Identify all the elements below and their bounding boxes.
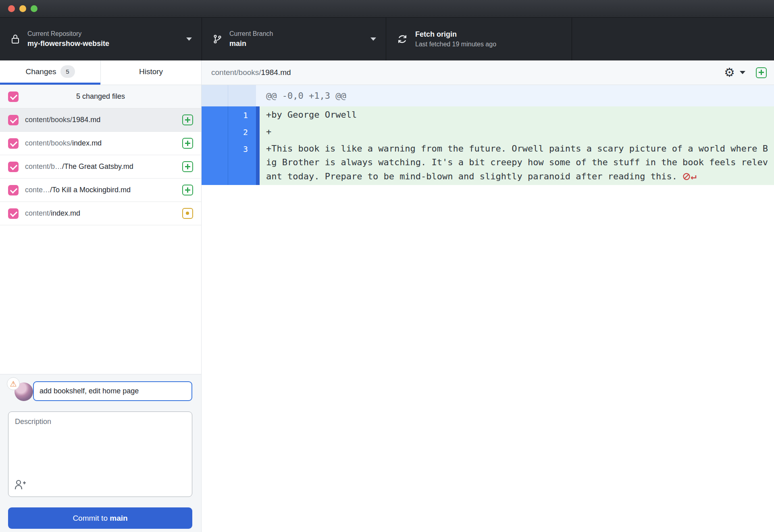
commit-summary-input[interactable] (33, 381, 192, 401)
diff-line-row[interactable]: 1 +by George Orwell (202, 106, 774, 123)
expand-diff-button[interactable] (756, 67, 767, 78)
changed-files-count: 5 changed files (0, 92, 201, 101)
sidebar-tabs: Changes 5 History (0, 60, 201, 85)
file-name: index.md (51, 209, 80, 217)
diff-pane: content/books/1984.md ⚙ @@ -0,0 +1,3 @@ … (202, 60, 774, 532)
file-row[interactable]: content/b…/The Great Gatsby.md (0, 155, 201, 179)
file-checkbox[interactable] (8, 115, 19, 125)
file-name: 1984.md (72, 116, 100, 124)
zoom-button[interactable] (31, 5, 37, 12)
changes-sidebar: Changes 5 History 5 changed files conten… (0, 60, 202, 532)
branch-name: main (229, 39, 370, 48)
file-checkbox[interactable] (8, 162, 19, 172)
diff-line-row[interactable]: 2 + (202, 123, 774, 140)
file-checkbox[interactable] (8, 138, 19, 149)
commit-description-input[interactable] (8, 411, 192, 497)
git-branch-icon (212, 33, 222, 45)
file-checkbox[interactable] (8, 185, 19, 195)
tab-history[interactable]: History (100, 60, 201, 85)
return-arrow-icon: ↵ (691, 170, 696, 182)
changes-count-badge: 5 (60, 65, 75, 78)
gear-icon: ⚙ (724, 66, 735, 79)
file-name: index.md (72, 139, 102, 147)
commit-author: ⚠ (8, 381, 33, 401)
file-list: content/books/1984.md content/books/inde… (0, 108, 201, 225)
file-row[interactable]: conte…/To Kill a Mockingbird.md (0, 179, 201, 202)
toolbar-filler (572, 18, 774, 60)
fetch-title: Fetch origin (415, 30, 562, 39)
hunk-header-row: @@ -0,0 +1,3 @@ (202, 85, 774, 106)
file-dir: content/books/ (25, 116, 72, 124)
new-line-number: 3 (228, 140, 256, 185)
lock-icon (10, 33, 20, 45)
diff-line-row[interactable]: 3 +This book is like a warning from the … (202, 140, 774, 185)
file-list-empty-space (0, 225, 201, 374)
added-icon (182, 185, 193, 195)
hunk-header-text: @@ -0,0 +1,3 @@ (260, 85, 774, 106)
file-dir: content/ (25, 209, 51, 217)
chevron-down-icon (740, 71, 745, 74)
file-row[interactable]: content/books/index.md (0, 132, 201, 155)
diff-file-name: 1984.md (261, 68, 291, 77)
old-line-number (202, 140, 228, 185)
diff-line-text: + (260, 123, 774, 140)
window-controls (8, 5, 37, 12)
changed-files-header: 5 changed files (0, 85, 201, 108)
diff-file-path: content/books/1984.md (211, 68, 724, 77)
close-button[interactable] (8, 5, 15, 12)
fetch-origin-button[interactable]: Fetch origin Last fetched 19 minutes ago (386, 18, 572, 60)
file-dir: content/books/ (25, 139, 72, 147)
commit-button[interactable]: Commit to main (8, 507, 192, 529)
sync-icon (397, 33, 408, 45)
diff-file-dir: content/books/ (211, 68, 261, 77)
commit-branch-name: main (110, 514, 127, 522)
file-name: /The Great Gatsby.md (62, 162, 133, 170)
added-icon (182, 161, 193, 172)
diff-header: content/books/1984.md ⚙ (202, 60, 774, 85)
diff-body: @@ -0,0 +1,3 @@ 1 +by George Orwell 2 + … (202, 85, 774, 532)
add-coauthor-icon[interactable] (15, 479, 27, 491)
branch-label: Current Branch (229, 30, 370, 37)
file-row[interactable]: content/books/1984.md (0, 108, 201, 132)
old-line-number (202, 123, 228, 140)
file-dir: conte… (25, 186, 50, 194)
fetch-subtitle: Last fetched 19 minutes ago (415, 41, 562, 48)
old-line-number (202, 106, 228, 123)
toolbar: Current Repository my-flowershow-website… (0, 18, 774, 60)
no-newline-icon: ↵ (677, 171, 697, 181)
diff-line-text: +This book is like a warning from the fu… (260, 140, 774, 185)
commit-form: ⚠ Commit to main (0, 374, 201, 532)
tab-changes-label: Changes (25, 67, 56, 76)
tab-history-label: History (139, 67, 163, 76)
minimize-button[interactable] (19, 5, 26, 12)
file-name: /To Kill a Mockingbird.md (50, 186, 131, 194)
diff-line-text: +by George Orwell (260, 106, 774, 123)
new-line-number: 1 (228, 106, 256, 123)
file-checkbox[interactable] (8, 208, 19, 219)
added-icon (182, 114, 193, 125)
chevron-down-icon (186, 37, 192, 41)
modified-icon (182, 208, 193, 219)
title-bar (0, 0, 774, 18)
file-dir: content/b… (25, 162, 62, 170)
current-repository-button[interactable]: Current Repository my-flowershow-website (0, 18, 202, 60)
warning-icon[interactable]: ⚠ (7, 377, 20, 390)
file-row[interactable]: content/index.md (0, 202, 201, 225)
repository-label: Current Repository (27, 30, 186, 37)
added-icon (182, 138, 193, 149)
diff-lines: 1 +by George Orwell 2 + 3 +This book is … (202, 106, 774, 185)
current-branch-button[interactable]: Current Branch main (202, 18, 386, 60)
chevron-down-icon (370, 37, 376, 41)
diff-options-button[interactable]: ⚙ (724, 66, 745, 79)
tab-changes[interactable]: Changes 5 (0, 60, 100, 85)
new-line-number: 2 (228, 123, 256, 140)
repository-name: my-flowershow-website (27, 39, 186, 48)
